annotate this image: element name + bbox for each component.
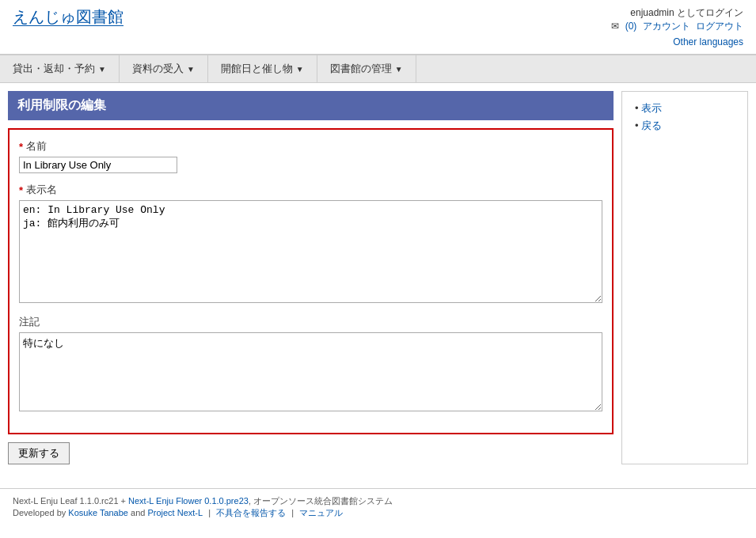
nav-label-events: 開館日と催し物: [221, 62, 293, 76]
sidebar: 表示 戻る: [621, 91, 748, 464]
other-languages: Other languages: [611, 36, 743, 47]
footer-project-link[interactable]: Project Next-L: [147, 508, 203, 517]
sidebar-item-back: 戻る: [635, 119, 741, 133]
note-field-group: 注記: [19, 315, 602, 414]
form-section: * 名前 * 表示名 注記: [8, 128, 614, 434]
nav-item-events[interactable]: 開館日と催し物 ▼: [208, 55, 317, 82]
user-info: enjuadmin としてログイン ✉ (0) アカウント ログアウト Othe…: [611, 6, 743, 47]
nav-item-lending[interactable]: 貸出・返却・予約 ▼: [0, 55, 120, 82]
sidebar-link-back[interactable]: 戻る: [641, 119, 662, 131]
logout-link[interactable]: ログアウト: [696, 21, 743, 32]
nav-arrow-management: ▼: [395, 65, 403, 74]
user-links: ✉ (0) アカウント ログアウト: [611, 20, 743, 33]
name-input[interactable]: [19, 157, 177, 173]
nav-arrow-acquisition: ▼: [187, 65, 195, 74]
display-name-textarea[interactable]: [19, 200, 602, 303]
navigation: 貸出・返却・予約 ▼ 資料の受入 ▼ 開館日と催し物 ▼ 図書館の管理 ▼: [0, 55, 756, 83]
main-content: 利用制限の編集 * 名前 * 表示名: [0, 83, 756, 472]
note-label-text: 注記: [19, 315, 40, 329]
nav-label-acquisition: 資料の受入: [132, 62, 184, 76]
footer-suffix: , オープンソース統合図書館システム: [249, 496, 393, 506]
content-area: 利用制限の編集 * 名前 * 表示名: [8, 91, 614, 464]
update-button[interactable]: 更新する: [8, 442, 70, 464]
mail-icon: ✉: [611, 21, 619, 32]
display-name-label: * 表示名: [19, 183, 602, 197]
sidebar-item-show: 表示: [635, 101, 741, 116]
required-mark-display: *: [19, 184, 23, 196]
nav-item-acquisition[interactable]: 資料の受入 ▼: [120, 55, 208, 82]
footer: Next-L Enju Leaf 1.1.0.rc21 + Next-L Enj…: [0, 488, 756, 525]
header: えんじゅ図書館 enjuadmin としてログイン ✉ (0) アカウント ログ…: [0, 0, 756, 55]
page-title: 利用制限の編集: [8, 91, 614, 120]
sidebar-link-show[interactable]: 表示: [641, 102, 662, 114]
footer-sep2: |: [289, 508, 296, 517]
footer-flower-link[interactable]: Next-L Enju Flower 0.1.0.pre23: [128, 496, 249, 506]
display-name-field-group: * 表示名: [19, 183, 602, 305]
name-label: * 名前: [19, 139, 602, 153]
message-count-link[interactable]: (0): [625, 21, 637, 32]
sidebar-list: 表示 戻る: [629, 101, 741, 133]
site-title: えんじゅ図書館: [13, 6, 123, 28]
nav-label-management: 図書館の管理: [330, 62, 392, 76]
footer-bug-link[interactable]: 不具合を報告する: [216, 508, 286, 517]
nav-label-lending: 貸出・返却・予約: [13, 62, 95, 76]
nav-item-management[interactable]: 図書館の管理 ▼: [317, 55, 416, 82]
footer-manual-link[interactable]: マニュアル: [299, 508, 343, 517]
note-label: 注記: [19, 315, 602, 329]
display-name-label-text: 表示名: [26, 183, 57, 197]
footer-line2: Developed by Kosuke Tanabe and Project N…: [13, 507, 743, 519]
account-link[interactable]: アカウント: [643, 21, 690, 32]
name-field-group: * 名前: [19, 139, 602, 173]
nav-arrow-events: ▼: [296, 65, 304, 74]
nav-arrow-lending: ▼: [98, 65, 106, 74]
footer-leaf-text: Next-L Enju Leaf 1.1.0.rc21 +: [13, 496, 128, 506]
site-title-link[interactable]: えんじゅ図書館: [13, 8, 123, 26]
footer-developed-by: Developed by: [13, 508, 68, 517]
note-textarea[interactable]: [19, 332, 602, 411]
footer-line1: Next-L Enju Leaf 1.1.0.rc21 + Next-L Enj…: [13, 495, 743, 507]
login-text: enjuadmin としてログイン: [611, 6, 743, 20]
other-languages-link[interactable]: Other languages: [673, 36, 743, 47]
name-label-text: 名前: [26, 139, 47, 153]
footer-kosuke-link[interactable]: Kosuke Tanabe: [68, 508, 128, 517]
required-mark-name: *: [19, 141, 23, 153]
footer-sep1: |: [206, 508, 213, 517]
footer-and: and: [128, 508, 147, 517]
